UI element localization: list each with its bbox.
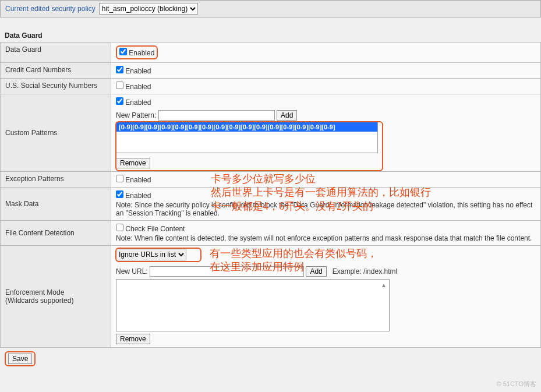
remove-pattern-button[interactable]: Remove (116, 158, 150, 168)
row-label-custom: Custom Patterns (1, 94, 111, 172)
enabled-text: Enabled (125, 98, 151, 107)
ignore-urls-select[interactable]: Ignore URLs in list (116, 249, 186, 260)
row-label-ssn: U.S. Social Security Numbers (1, 79, 111, 94)
add-pattern-button[interactable]: Add (277, 110, 297, 121)
new-pattern-input[interactable] (158, 110, 275, 121)
scroll-up-icon[interactable]: ▲ (381, 282, 387, 288)
custom-enabled-checkbox[interactable] (116, 97, 123, 105)
enforcement-label-1: Enforcement Mode (5, 288, 106, 296)
filecontent-note: Note: When file content is detected, the… (116, 234, 536, 242)
row-label-enforcement: Enforcement Mode (Wildcards supported) (1, 246, 111, 348)
enabled-text: Enabled (125, 83, 151, 91)
row-label-filecontent: File Content Detection (1, 221, 111, 246)
mask-note: Note: Since the security policy is confi… (116, 201, 536, 217)
new-url-label: New URL: (116, 267, 148, 276)
highlight-enabled: Enabled (116, 45, 158, 59)
url-listbox[interactable]: ▲ (116, 279, 390, 331)
row-label-exception: Exception Patterns (1, 172, 111, 188)
add-url-button[interactable]: Add (306, 266, 326, 277)
filecontent-checkbox[interactable] (116, 224, 123, 231)
row-label-cc: Credit Card Numbers (1, 63, 111, 79)
mask-enabled-checkbox[interactable] (116, 190, 123, 198)
new-url-input[interactable] (150, 266, 304, 277)
section-title: Data Guard (5, 31, 541, 40)
enforcement-label-2: (Wildcards supported) (5, 296, 106, 305)
enabled-text: Enabled (125, 67, 151, 75)
remove-url-button[interactable]: Remove (116, 334, 150, 344)
policy-select[interactable]: hit_asm_polioccy (blocking) (99, 3, 198, 15)
highlight-save: Save (5, 351, 36, 366)
row-label-dataguard: Data Guard (1, 43, 111, 63)
save-button[interactable]: Save (8, 354, 32, 364)
policy-label: Current edited security policy (5, 5, 96, 13)
ssn-enabled-checkbox[interactable] (116, 82, 123, 89)
exception-enabled-checkbox[interactable] (116, 175, 123, 182)
filecontent-check-text: Check File Content (125, 225, 185, 233)
enabled-text: Enabled (125, 176, 151, 184)
enabled-text: Enabled (125, 192, 151, 200)
enabled-text: Enabled (129, 49, 154, 57)
watermark: © 51CTO博客 (497, 380, 536, 389)
new-pattern-label: New Pattern: (116, 111, 156, 119)
cc-enabled-checkbox[interactable] (116, 66, 123, 73)
pattern-listbox[interactable]: [0-9][0-9][0-9][0-9][0-9][0-9][0-9][0-9]… (116, 122, 378, 153)
pattern-item-selected[interactable]: [0-9][0-9][0-9][0-9][0-9][0-9][0-9][0-9]… (116, 122, 377, 132)
row-label-mask: Mask Data (1, 188, 111, 221)
dataguard-enabled-checkbox[interactable] (119, 48, 127, 55)
url-example: Example: /index.html (333, 267, 397, 276)
data-guard-table: Data Guard Enabled Credit Card Numbers E… (0, 42, 541, 348)
